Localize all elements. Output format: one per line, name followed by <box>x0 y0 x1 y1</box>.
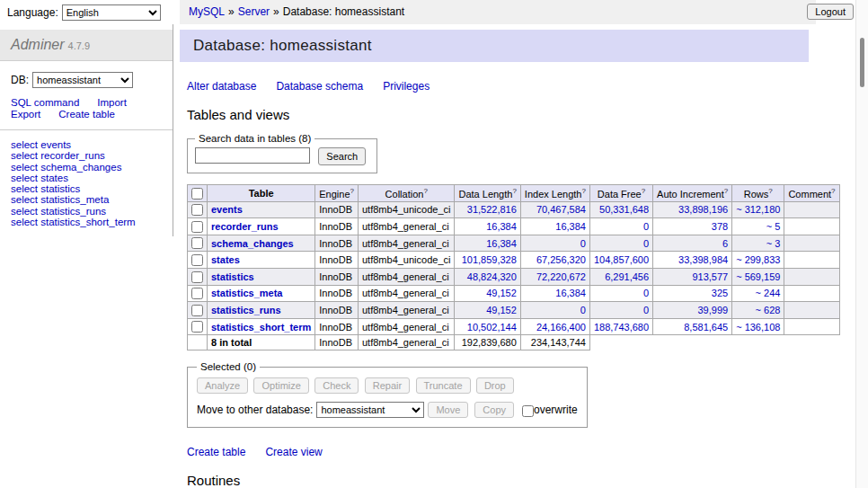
sidebar-select-statistics-runs-link[interactable]: select statistics_runs <box>11 206 106 217</box>
row-checkbox[interactable] <box>191 221 203 233</box>
sidebar-select-events-link[interactable]: select events <box>11 139 71 150</box>
row-checkbox[interactable] <box>191 305 203 316</box>
rows-link[interactable]: ~ 3 <box>766 238 781 249</box>
optimize-button[interactable]: Optimize <box>253 377 308 394</box>
select-all-checkbox[interactable] <box>191 188 203 200</box>
breadcrumb-server-link[interactable]: Server <box>238 5 270 18</box>
db-select[interactable]: homeassistant <box>32 72 133 88</box>
data-length-link[interactable]: 10,502,144 <box>467 322 517 333</box>
table-link[interactable]: statistics <box>211 271 254 282</box>
index-length-link[interactable]: 72,220,672 <box>536 271 586 282</box>
data-free-link[interactable]: 50,331,648 <box>599 204 649 215</box>
scrollbar-thumb[interactable] <box>860 38 864 87</box>
index-length-link[interactable]: 16,384 <box>555 221 586 232</box>
table-link[interactable]: statistics_meta <box>211 288 283 298</box>
rows-link[interactable]: ~ 312,180 <box>736 204 780 215</box>
rows-link[interactable]: ~ 136,108 <box>736 322 780 333</box>
data-length-link[interactable]: 49,152 <box>486 288 517 298</box>
rows-link[interactable]: ~ 628 <box>756 305 781 315</box>
help-link[interactable]: ? <box>423 187 427 195</box>
help-link[interactable]: ? <box>350 187 354 195</box>
index-length-link[interactable]: 0 <box>580 238 586 249</box>
create-view-link[interactable]: Create view <box>265 446 322 458</box>
data-free-link[interactable]: 188,743,680 <box>594 322 649 333</box>
logout-button[interactable]: Logout <box>807 4 854 20</box>
index-length-link[interactable]: 24,166,400 <box>536 322 586 333</box>
overwrite-checkbox[interactable] <box>522 405 534 417</box>
check-button[interactable]: Check <box>314 377 359 394</box>
table-link[interactable]: states <box>211 254 240 265</box>
rows-link[interactable]: ~ 5 <box>766 221 781 232</box>
table-link[interactable]: recorder_runs <box>211 221 279 232</box>
index-length-link[interactable]: 0 <box>580 305 586 315</box>
sidebar-sql-command-link[interactable]: SQL command <box>11 97 79 108</box>
table-link[interactable]: schema_changes <box>211 238 294 249</box>
move-db-select[interactable]: homeassistant <box>316 402 424 418</box>
help-link[interactable]: ? <box>724 187 728 195</box>
search-input[interactable] <box>195 147 310 164</box>
row-checkbox[interactable] <box>191 271 203 283</box>
help-link[interactable]: ? <box>581 187 585 195</box>
auto-increment-link[interactable]: 378 <box>712 221 728 232</box>
index-length-link[interactable]: 70,467,584 <box>536 204 586 215</box>
auto-increment-link[interactable]: 8,581,645 <box>684 322 728 333</box>
rows-link[interactable]: ~ 244 <box>756 288 781 298</box>
data-length-link[interactable]: 48,824,320 <box>467 271 517 282</box>
data-length-link[interactable]: 16,384 <box>486 221 517 232</box>
breadcrumb-mysql-link[interactable]: MySQL <box>189 5 225 18</box>
sidebar-import-link[interactable]: Import <box>97 97 127 108</box>
rows-link[interactable]: ~ 569,159 <box>736 271 780 282</box>
sidebar-select-statistics-short-term-link[interactable]: select statistics_short_term <box>11 217 136 227</box>
auto-increment-link[interactable]: 325 <box>712 288 728 298</box>
row-checkbox[interactable] <box>191 288 203 299</box>
data-length-link[interactable]: 31,522,816 <box>467 204 517 215</box>
sidebar-create-table-link[interactable]: Create table <box>58 109 115 120</box>
help-link[interactable]: ? <box>512 187 516 195</box>
privileges-link[interactable]: Privileges <box>383 80 430 93</box>
alter-database-link[interactable]: Alter database <box>187 80 256 93</box>
data-free-link[interactable]: 6,291,456 <box>605 271 649 282</box>
analyze-button[interactable]: Analyze <box>197 377 248 394</box>
sidebar-select-states-link[interactable]: select states <box>11 173 68 183</box>
auto-increment-link[interactable]: 33,398,984 <box>678 254 728 265</box>
sidebar-select-statistics-link[interactable]: select statistics <box>11 183 80 194</box>
data-free-link[interactable]: 104,857,600 <box>594 254 649 265</box>
help-link[interactable]: ? <box>642 187 645 195</box>
sidebar-select-recorder-runs-link[interactable]: select recorder_runs <box>11 150 105 161</box>
data-length-link[interactable]: 49,152 <box>486 305 517 315</box>
row-checkbox[interactable] <box>191 237 203 249</box>
row-checkbox[interactable] <box>191 254 203 266</box>
help-link[interactable]: ? <box>768 187 772 195</box>
sidebar-export-link[interactable]: Export <box>11 109 40 120</box>
data-length-link[interactable]: 16,384 <box>486 238 517 249</box>
table-link[interactable]: events <box>211 204 243 215</box>
rows-link[interactable]: ~ 299,833 <box>736 254 780 265</box>
truncate-button[interactable]: Truncate <box>416 377 471 394</box>
help-link[interactable]: ? <box>831 187 835 195</box>
database-schema-link[interactable]: Database schema <box>276 80 363 93</box>
move-button[interactable]: Move <box>428 402 468 418</box>
data-free-link[interactable]: 0 <box>643 238 649 249</box>
vertical-scrollbar[interactable] <box>855 0 868 488</box>
auto-increment-link[interactable]: 33,898,196 <box>678 204 728 215</box>
data-free-link[interactable]: 0 <box>643 288 649 298</box>
data-length-link[interactable]: 101,859,328 <box>462 254 517 265</box>
drop-button[interactable]: Drop <box>476 377 514 394</box>
table-link[interactable]: statistics_short_term <box>211 322 311 333</box>
auto-increment-link[interactable]: 6 <box>722 238 728 249</box>
index-length-link[interactable]: 16,384 <box>555 288 586 298</box>
auto-increment-link[interactable]: 913,577 <box>692 271 728 282</box>
sidebar-select-schema-changes-link[interactable]: select schema_changes <box>11 162 121 173</box>
language-select[interactable]: English <box>62 4 161 21</box>
table-link[interactable]: statistics_runs <box>211 305 281 315</box>
data-free-link[interactable]: 0 <box>643 305 649 315</box>
repair-button[interactable]: Repair <box>365 377 410 394</box>
row-checkbox[interactable] <box>191 321 203 333</box>
sidebar-select-statistics-meta-link[interactable]: select statistics_meta <box>11 194 109 205</box>
data-free-link[interactable]: 0 <box>643 221 649 232</box>
row-checkbox[interactable] <box>191 204 203 216</box>
auto-increment-link[interactable]: 39,999 <box>698 305 729 315</box>
copy-button[interactable]: Copy <box>474 402 514 418</box>
search-button[interactable]: Search <box>318 147 366 165</box>
create-table-link[interactable]: Create table <box>187 446 245 458</box>
